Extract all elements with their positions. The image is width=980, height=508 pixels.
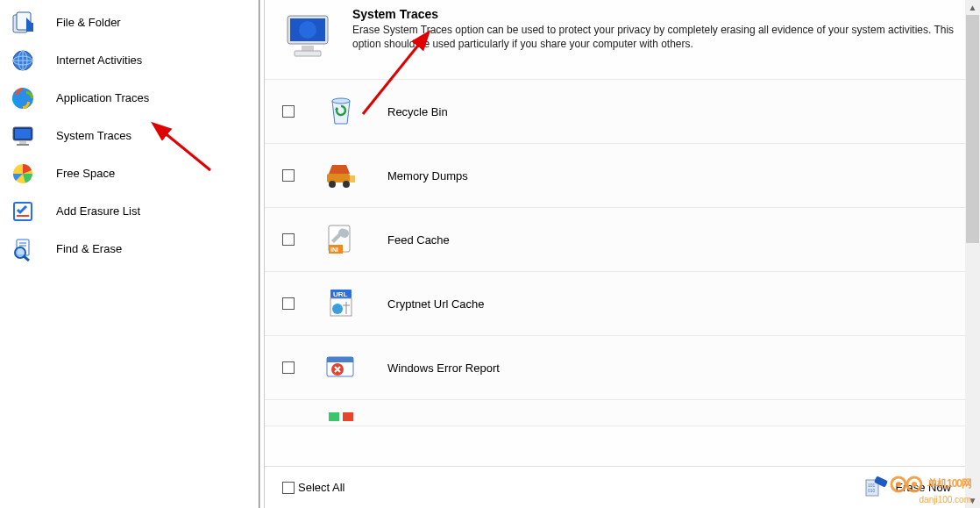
traces-list: Recycle Bin Memory Dumps INI Feed Cache — [265, 79, 980, 466]
trace-row-error-report[interactable]: Windows Error Report — [265, 336, 980, 400]
sidebar-item-add-erasure[interactable]: Add Erasure List — [0, 192, 259, 230]
page-description: Erase System Traces option can be used t… — [352, 23, 966, 51]
globe-icon — [9, 47, 37, 75]
sidebar: File & Folder Internet Activities Applic… — [0, 0, 259, 508]
select-all-label: Select All — [298, 481, 344, 494]
trace-checkbox[interactable] — [282, 361, 295, 374]
svg-rect-9 — [19, 141, 26, 144]
svg-rect-39 — [329, 412, 339, 421]
sidebar-item-application[interactable]: Application Traces — [0, 79, 259, 117]
select-all[interactable]: Select All — [282, 481, 344, 494]
monitor-icon — [9, 122, 37, 150]
sidebar-label: Add Erasure List — [56, 204, 140, 218]
trace-label: Recycle Bin — [387, 105, 448, 118]
magnifier-doc-icon — [9, 235, 37, 263]
url-globe-icon: URL — [319, 282, 363, 326]
vertical-scrollbar[interactable]: ▲ ▼ — [965, 0, 980, 508]
page-title: System Traces — [352, 7, 966, 21]
recycle-bin-icon — [319, 89, 363, 133]
sidebar-item-find-erase[interactable]: Find & Erase — [0, 230, 259, 268]
trace-label: Cryptnet Url Cache — [387, 297, 485, 311]
sidebar-label: Internet Activities — [56, 54, 142, 67]
sidebar-item-file-folder[interactable]: File & Folder — [0, 4, 259, 41]
sidebar-label: Free Space — [56, 167, 115, 180]
trace-row-recycle-bin[interactable]: Recycle Bin — [265, 80, 980, 144]
scroll-up-button[interactable]: ▲ — [965, 0, 980, 15]
svg-point-27 — [343, 181, 350, 188]
footer: Select All 101010 Erase Now — [265, 466, 980, 508]
monitor-large-icon — [279, 7, 338, 67]
sidebar-label: Application Traces — [56, 91, 149, 104]
scroll-track[interactable] — [965, 15, 980, 493]
svg-point-26 — [329, 181, 336, 188]
select-all-checkbox[interactable] — [282, 482, 295, 494]
pie-chart-icon — [9, 160, 37, 188]
main-panel: System Traces Erase System Traces option… — [265, 0, 980, 508]
sidebar-label: File & Folder — [56, 16, 121, 29]
scroll-thumb[interactable] — [966, 15, 979, 243]
sidebar-label: System Traces — [56, 129, 131, 142]
svg-rect-23 — [295, 51, 321, 56]
sidebar-item-internet[interactable]: Internet Activities — [0, 41, 259, 79]
eraser-icon: 101010 — [862, 474, 890, 502]
svg-point-35 — [332, 304, 343, 314]
windows-icon — [9, 84, 37, 112]
scroll-down-button[interactable]: ▼ — [965, 493, 980, 508]
file-folder-icon — [9, 9, 37, 37]
sidebar-item-system-traces[interactable]: System Traces — [0, 117, 259, 154]
trace-label: Windows Error Report — [387, 361, 500, 375]
svg-text:INI: INI — [330, 247, 338, 253]
network-icon — [319, 403, 363, 427]
checklist-icon — [9, 197, 37, 225]
sidebar-label: Find & Erase — [56, 242, 122, 255]
svg-line-18 — [24, 256, 29, 261]
trace-checkbox[interactable] — [282, 169, 295, 182]
trace-row-feed-cache[interactable]: INI Feed Cache — [265, 208, 980, 272]
svg-rect-8 — [15, 129, 31, 139]
trace-checkbox[interactable] — [282, 233, 295, 246]
svg-text:010: 010 — [868, 488, 876, 493]
svg-rect-40 — [343, 412, 353, 421]
trace-row-cryptnet-url[interactable]: URL Cryptnet Url Cache — [265, 272, 980, 336]
sidebar-item-free-space[interactable]: Free Space — [0, 154, 259, 192]
trace-row-memory-dumps[interactable]: Memory Dumps — [265, 144, 980, 208]
svg-rect-28 — [350, 175, 355, 182]
error-window-icon — [319, 346, 363, 390]
svg-rect-10 — [17, 144, 29, 146]
trace-label: Feed Cache — [387, 233, 450, 247]
trace-row-partial[interactable] — [265, 400, 980, 426]
svg-point-24 — [332, 98, 350, 104]
svg-rect-13 — [17, 215, 29, 217]
feed-wrench-icon: INI — [319, 218, 363, 261]
svg-rect-37 — [327, 357, 353, 362]
trace-checkbox[interactable] — [282, 297, 295, 310]
header: System Traces Erase System Traces option… — [265, 0, 980, 79]
svg-point-6 — [12, 88, 33, 109]
dump-truck-icon — [319, 154, 363, 197]
erase-now-button[interactable]: 101010 Erase Now — [850, 470, 962, 505]
svg-rect-22 — [302, 46, 314, 51]
svg-rect-41 — [336, 426, 346, 427]
erase-now-label: Erase Now — [895, 481, 951, 494]
svg-rect-2 — [26, 23, 33, 32]
svg-text:URL: URL — [333, 290, 348, 298]
trace-label: Memory Dumps — [387, 169, 468, 182]
svg-point-21 — [299, 21, 316, 39]
trace-checkbox[interactable] — [282, 105, 295, 118]
